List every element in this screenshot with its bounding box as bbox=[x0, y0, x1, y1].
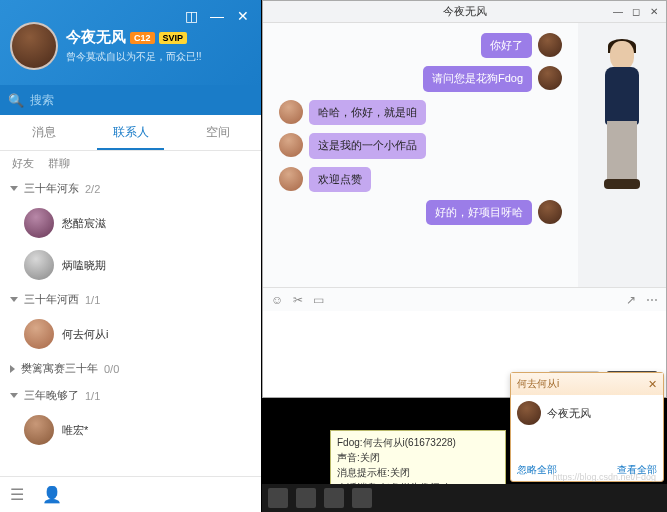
level-badge: C12 bbox=[130, 32, 155, 44]
min-icon[interactable]: — bbox=[610, 3, 626, 19]
notif-header: 何去何从i ✕ bbox=[511, 373, 663, 395]
messages-area: 你好了请问您是花狗Fdog哈哈，你好，就是咱这是我的一个小作品欢迎点赞好的，好项… bbox=[263, 23, 578, 287]
sub-tabs: 好友 群聊 bbox=[0, 151, 261, 175]
message-row: 哈哈，你好，就是咱 bbox=[273, 100, 568, 125]
taskbar bbox=[262, 484, 667, 512]
contact-avatar bbox=[24, 250, 54, 280]
taskbar-icon[interactable] bbox=[268, 488, 288, 508]
vip-badge: SVIP bbox=[159, 32, 188, 44]
subtab-friends[interactable]: 好友 bbox=[12, 156, 34, 171]
taskbar-icon[interactable] bbox=[352, 488, 372, 508]
search-input[interactable] bbox=[30, 93, 253, 107]
message-row: 请问您是花狗Fdog bbox=[273, 66, 568, 91]
message-bubble: 这是我的一个小作品 bbox=[309, 133, 426, 158]
folder-icon[interactable]: ▭ bbox=[313, 293, 324, 307]
minimize-icon[interactable]: — bbox=[205, 4, 229, 28]
taskbar-icon[interactable] bbox=[324, 488, 344, 508]
taskbar-icon[interactable] bbox=[296, 488, 316, 508]
group-header[interactable]: 三年晚够了1/1 bbox=[0, 382, 261, 409]
message-avatar bbox=[279, 167, 303, 191]
avatar-character bbox=[592, 41, 652, 211]
tooltip-line: 消息提示框:关闭 bbox=[337, 465, 499, 480]
message-row: 你好了 bbox=[273, 33, 568, 58]
notif-name: 今夜无风 bbox=[547, 406, 591, 421]
notif-body[interactable]: 今夜无风 bbox=[511, 395, 663, 431]
message-row: 好的，好项目呀哈 bbox=[273, 200, 568, 225]
chevron-down-icon bbox=[10, 393, 18, 398]
chat-input[interactable] bbox=[263, 311, 666, 367]
group-name: 三十年河西 bbox=[24, 292, 79, 307]
search-bar[interactable]: 🔍 bbox=[0, 85, 261, 115]
user-avatar[interactable] bbox=[10, 22, 58, 70]
group-header[interactable]: 三十年河东2/2 bbox=[0, 175, 261, 202]
notif-title: 何去何从i bbox=[517, 377, 559, 391]
message-avatar bbox=[538, 200, 562, 224]
contact-item[interactable]: 愁醅宸滋 bbox=[0, 202, 261, 244]
avatar-sidebar bbox=[578, 23, 666, 287]
expand-icon[interactable]: ↗ bbox=[626, 293, 636, 307]
group-count: 0/0 bbox=[104, 363, 119, 375]
contact-item[interactable]: 唯宏* bbox=[0, 409, 261, 451]
tab-contacts[interactable]: 联系人 bbox=[87, 115, 174, 150]
contact-avatar bbox=[24, 319, 54, 349]
message-bubble: 你好了 bbox=[481, 33, 532, 58]
contact-name: 愁醅宸滋 bbox=[62, 216, 106, 231]
notif-avatar bbox=[517, 401, 541, 425]
message-bubble: 哈哈，你好，就是咱 bbox=[309, 100, 426, 125]
message-avatar bbox=[279, 133, 303, 157]
group-count: 2/2 bbox=[85, 183, 100, 195]
tooltip-line: Fdog:何去何从i(61673228) bbox=[337, 435, 499, 450]
message-avatar bbox=[538, 33, 562, 57]
history-icon[interactable]: ⋯ bbox=[646, 293, 658, 307]
contact-avatar bbox=[24, 208, 54, 238]
main-tabs: 消息 联系人 空间 bbox=[0, 115, 261, 151]
chat-toolbar: ☺ ✂ ▭ ↗ ⋯ bbox=[263, 287, 666, 311]
contacts-list: 三十年河东2/2愁醅宸滋炳嗑晓期三十年河西1/1何去何从i樊篱寓赛三十年0/0三… bbox=[0, 175, 261, 476]
chevron-down-icon bbox=[10, 186, 18, 191]
bottom-bar: ☰ 👤 bbox=[0, 476, 261, 512]
signature-label: 曾今莫忒自以为不足，而众已!! bbox=[66, 50, 202, 64]
username-label: 今夜无风 bbox=[66, 28, 126, 47]
notification-popup: 何去何从i ✕ 今夜无风 忽略全部 查看全部 bbox=[510, 372, 664, 482]
chat-titlebar: 今夜无风 — ◻ ✕ bbox=[263, 1, 666, 23]
scissors-icon[interactable]: ✂ bbox=[293, 293, 303, 307]
message-bubble: 好的，好项目呀哈 bbox=[426, 200, 532, 225]
group-name: 三十年河东 bbox=[24, 181, 79, 196]
message-avatar bbox=[279, 100, 303, 124]
group-header[interactable]: 三十年河西1/1 bbox=[0, 286, 261, 313]
close-icon[interactable]: ✕ bbox=[646, 3, 662, 19]
chat-window: 今夜无风 — ◻ ✕ 你好了请问您是花狗Fdog哈哈，你好，就是咱这是我的一个小… bbox=[262, 0, 667, 398]
message-bubble: 请问您是花狗Fdog bbox=[423, 66, 532, 91]
ignore-all-link[interactable]: 忽略全部 bbox=[517, 463, 557, 477]
watermark: https://blog.csdn.net/Fdog_ bbox=[552, 472, 661, 482]
message-bubble: 欢迎点赞 bbox=[309, 167, 371, 192]
tooltip-line: 声音:关闭 bbox=[337, 450, 499, 465]
app-icon[interactable]: ◫ bbox=[179, 4, 203, 28]
group-name: 樊篱寓赛三十年 bbox=[21, 361, 98, 376]
contact-item[interactable]: 何去何从i bbox=[0, 313, 261, 355]
subtab-groups[interactable]: 群聊 bbox=[48, 156, 70, 171]
contacts-icon[interactable]: 👤 bbox=[42, 485, 62, 504]
group-count: 1/1 bbox=[85, 390, 100, 402]
message-avatar bbox=[538, 66, 562, 90]
menu-icon[interactable]: ☰ bbox=[10, 485, 24, 504]
tab-space[interactable]: 空间 bbox=[174, 115, 261, 150]
group-name: 三年晚够了 bbox=[24, 388, 79, 403]
panel-header: ◫ — ✕ 今夜无风 C12 SVIP 曾今莫忒自以为不足，而众已!! bbox=[0, 0, 261, 85]
max-icon[interactable]: ◻ bbox=[628, 3, 644, 19]
chevron-right-icon bbox=[10, 365, 15, 373]
contacts-panel: ◫ — ✕ 今夜无风 C12 SVIP 曾今莫忒自以为不足，而众已!! 🔍 消息… bbox=[0, 0, 261, 512]
contact-item[interactable]: 炳嗑晓期 bbox=[0, 244, 261, 286]
close-icon[interactable]: ✕ bbox=[231, 4, 255, 28]
group-count: 1/1 bbox=[85, 294, 100, 306]
notif-close-icon[interactable]: ✕ bbox=[648, 378, 657, 391]
emoji-icon[interactable]: ☺ bbox=[271, 293, 283, 307]
search-icon: 🔍 bbox=[8, 93, 24, 108]
message-row: 欢迎点赞 bbox=[273, 167, 568, 192]
group-header[interactable]: 樊篱寓赛三十年0/0 bbox=[0, 355, 261, 382]
contact-avatar bbox=[24, 415, 54, 445]
tab-messages[interactable]: 消息 bbox=[0, 115, 87, 150]
chat-title: 今夜无风 bbox=[263, 4, 666, 19]
contact-name: 炳嗑晓期 bbox=[62, 258, 106, 273]
chevron-down-icon bbox=[10, 297, 18, 302]
